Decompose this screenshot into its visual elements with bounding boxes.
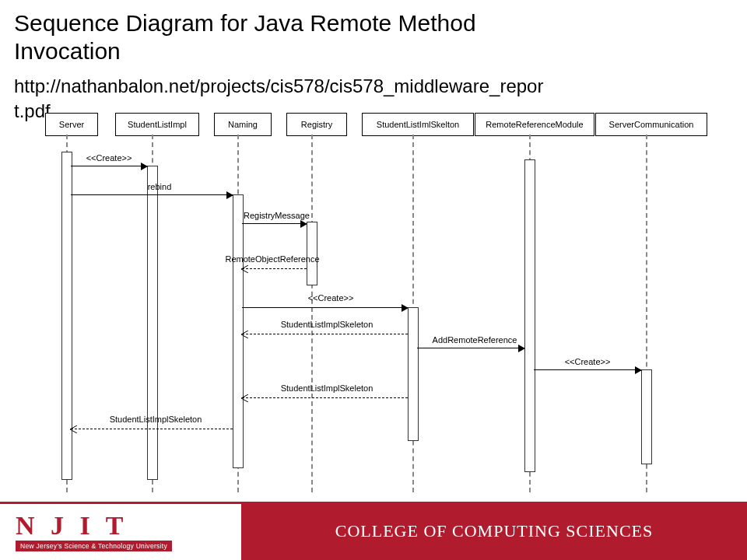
participant-registry: Registry bbox=[286, 113, 347, 136]
arrow-create-3 bbox=[534, 369, 641, 370]
njit-logo-tag: New Jersey's Science & Technology Univer… bbox=[16, 541, 172, 551]
arrow-skel-return-1 bbox=[242, 334, 408, 334]
msg-addremoteref: AddRemoteReference bbox=[420, 335, 529, 345]
participant-server: Server bbox=[45, 113, 98, 136]
arrow-create-1 bbox=[71, 166, 147, 166]
activation-remoteref bbox=[524, 159, 535, 472]
njit-logo-text: N J I T bbox=[16, 513, 172, 539]
arrow-skel-return-3 bbox=[71, 429, 233, 429]
msg-registrymessage: RegistryMessage bbox=[240, 211, 314, 220]
activation-skeleton bbox=[408, 307, 419, 441]
footer-logo-area: N J I T New Jersey's Science & Technolog… bbox=[0, 502, 241, 560]
footer-college: COLLEGE OF COMPUTING SCIENCES bbox=[241, 502, 747, 560]
msg-create-2: <<Create>> bbox=[280, 293, 381, 303]
msg-create-3: <<Create>> bbox=[537, 357, 638, 366]
msg-skel-return-1: StudentListImplSkeleton bbox=[257, 320, 397, 329]
sequence-diagram: Server StudentListImpl Naming Registry S… bbox=[23, 113, 724, 494]
title-line-1: Sequence Diagram for Java Remote Method bbox=[14, 10, 476, 36]
activation-registry bbox=[307, 222, 317, 285]
participant-studentlistimpl: StudentListImpl bbox=[115, 113, 199, 136]
msg-remoteobjref: RemoteObjectReference bbox=[214, 254, 331, 264]
participant-remoteref: RemoteReferenceModule bbox=[475, 113, 594, 136]
title-line-2: Invocation bbox=[14, 38, 121, 64]
arrow-create-2 bbox=[242, 307, 408, 308]
activation-studentlistimpl bbox=[147, 166, 158, 480]
participant-skeleton: StudentListImlSkelton bbox=[362, 113, 474, 136]
msg-skel-return-3: StudentListImplSkeleton bbox=[86, 415, 226, 424]
arrow-remoteobjref bbox=[242, 268, 307, 269]
msg-rebind: rebind bbox=[124, 182, 195, 191]
lifeline-registry bbox=[311, 135, 313, 492]
arrow-skel-return-2 bbox=[242, 397, 408, 398]
arrow-registrymessage bbox=[242, 223, 307, 224]
msg-skel-return-2: StudentListImplSkeleton bbox=[257, 383, 397, 393]
participant-servercomm: ServerCommunication bbox=[595, 113, 707, 136]
arrow-addremoteref bbox=[417, 348, 524, 348]
participant-naming: Naming bbox=[214, 113, 272, 136]
url-line-1: http://nathanbalon.net/projects/cis578/c… bbox=[14, 75, 543, 96]
footer: N J I T New Jersey's Science & Technolog… bbox=[0, 502, 747, 560]
msg-create-1: <<Create>> bbox=[70, 153, 148, 163]
activation-servercomm bbox=[641, 369, 652, 464]
arrow-rebind bbox=[71, 194, 233, 195]
